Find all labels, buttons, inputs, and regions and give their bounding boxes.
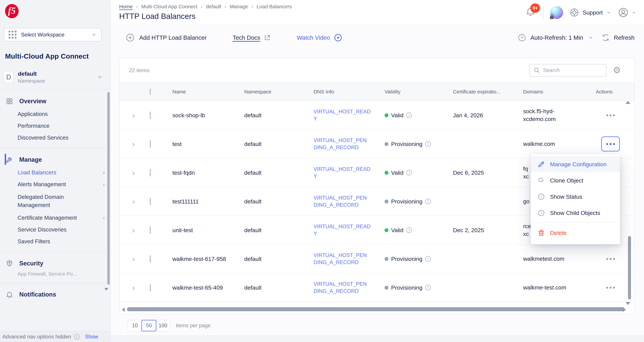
- menu-item-manage-configuration[interactable]: Manage Configuration: [531, 156, 620, 172]
- support-menu[interactable]: Support: [570, 8, 611, 18]
- table-vertical-scrollbar[interactable]: [628, 236, 631, 300]
- show-advanced-nav-link[interactable]: Show: [85, 334, 98, 340]
- cell-name[interactable]: test: [166, 141, 238, 147]
- info-icon[interactable]: i: [425, 141, 431, 147]
- expand-row-icon[interactable]: ›: [129, 226, 144, 235]
- row-actions-button-active[interactable]: [601, 136, 620, 152]
- info-icon[interactable]: i: [406, 112, 412, 118]
- breadcrumb-item[interactable]: Multi-Cloud App Connect: [141, 4, 198, 10]
- sidebar-item-applications[interactable]: Applications: [0, 108, 111, 120]
- search-box[interactable]: [529, 64, 606, 76]
- cell-domains: walkme.com: [517, 140, 590, 148]
- sidebar-item-discovered-services[interactable]: Discovered Services: [0, 132, 111, 144]
- sidebar-scrollbar[interactable]: [107, 92, 110, 285]
- breadcrumb-item[interactable]: default: [206, 4, 221, 10]
- sidebar-item-manage[interactable]: Manage: [0, 153, 111, 166]
- notifications-button[interactable]: 9+: [525, 6, 537, 19]
- cell-name[interactable]: sock-shop-lb: [166, 112, 238, 118]
- menu-item-delete[interactable]: Delete: [531, 224, 620, 242]
- sidebar-item-overview[interactable]: Overview: [0, 94, 111, 108]
- row-checkbox[interactable]: [150, 255, 151, 262]
- info-icon[interactable]: i: [406, 170, 412, 176]
- row-checkbox[interactable]: [150, 226, 151, 234]
- cell-dns-info[interactable]: VIRTUAL_HOST_PENDING_A_RECORD: [307, 280, 378, 295]
- row-checkbox[interactable]: [150, 112, 151, 119]
- info-icon[interactable]: i: [406, 227, 412, 233]
- cell-name[interactable]: walkme-test-617-958: [166, 256, 238, 262]
- row-actions-button[interactable]: [606, 287, 615, 288]
- scroll-down-icon[interactable]: [104, 288, 108, 291]
- column-header[interactable]: Certificate expiratio...: [446, 89, 517, 94]
- cell-name[interactable]: walkme-test-65-409: [166, 284, 238, 291]
- table-scroll-up-icon[interactable]: [626, 101, 630, 104]
- cell-name[interactable]: unit-test: [166, 227, 238, 234]
- cell-dns-info[interactable]: VIRTUAL_HOST_READY: [307, 223, 378, 237]
- sidebar-item-delegated-domain-management[interactable]: Delegated Domain Management: [0, 190, 111, 212]
- sidebar-item-performance[interactable]: Performance: [0, 120, 111, 132]
- ai-assistant-icon[interactable]: [550, 6, 563, 19]
- expand-row-icon[interactable]: ›: [129, 111, 144, 120]
- row-actions-button[interactable]: [606, 258, 615, 260]
- select-all-checkbox[interactable]: [150, 88, 151, 95]
- workspace-selector[interactable]: Select Workspace: [4, 28, 102, 42]
- scroll-right-icon[interactable]: [623, 308, 626, 312]
- cell-name[interactable]: test111111: [166, 198, 238, 205]
- info-icon[interactable]: i: [425, 198, 431, 204]
- info-icon[interactable]: i: [425, 285, 431, 290]
- sidebar-item-security[interactable]: Security: [0, 256, 111, 270]
- status-dot: [384, 200, 388, 204]
- sidebar-item-notifications[interactable]: Notifications: [0, 288, 111, 302]
- tech-docs-link[interactable]: Tech Docs: [232, 34, 270, 41]
- auto-refresh-dropdown[interactable]: Auto-Refresh: 1 Min: [518, 33, 594, 42]
- table-horizontal-scrollbar[interactable]: [120, 307, 634, 312]
- column-header[interactable]: Domains: [517, 89, 590, 94]
- row-checkbox[interactable]: [150, 140, 151, 148]
- namespace-selector[interactable]: D default Namespace: [4, 70, 105, 84]
- breadcrumb-item[interactable]: Load Balancers: [256, 4, 292, 10]
- scroll-left-icon[interactable]: [122, 308, 125, 312]
- row-checkbox[interactable]: [150, 198, 151, 205]
- info-icon[interactable]: i: [425, 256, 431, 262]
- page-size-100[interactable]: 100: [156, 320, 170, 331]
- breadcrumb-home[interactable]: Home: [119, 4, 133, 10]
- sidebar-item-load-balancers[interactable]: Load Balancers›: [0, 166, 111, 178]
- menu-item-clone-object[interactable]: Clone Object: [531, 172, 620, 188]
- cell-dns-info[interactable]: VIRTUAL_HOST_PENDING_A_RECORD: [307, 137, 378, 151]
- search-input[interactable]: [543, 67, 599, 73]
- cell-dns-info[interactable]: VIRTUAL_HOST_READY: [307, 166, 378, 180]
- page-size-10[interactable]: 10: [128, 320, 142, 331]
- cell-name[interactable]: test-fqdn: [166, 170, 238, 176]
- account-menu[interactable]: [618, 7, 636, 18]
- workspace-selector-label: Select Workspace: [21, 32, 64, 38]
- column-header[interactable]: Validity: [378, 89, 446, 94]
- cell-dns-info[interactable]: VIRTUAL_HOST_PENDING_A_RECORD: [307, 252, 378, 266]
- expand-row-icon[interactable]: ›: [129, 197, 144, 206]
- gear-icon[interactable]: ⚙: [613, 66, 621, 74]
- expand-row-icon[interactable]: ›: [129, 283, 144, 292]
- column-header[interactable]: DNS Info: [307, 89, 378, 94]
- sidebar-item-saved-filters[interactable]: Saved Filters: [0, 236, 111, 248]
- row-actions-button[interactable]: [606, 114, 615, 116]
- column-header[interactable]: Name: [166, 89, 238, 94]
- sidebar-item-service-discoveries[interactable]: Service Discoveries: [0, 224, 111, 236]
- table-scroll-down-icon[interactable]: [626, 302, 630, 305]
- expand-row-icon[interactable]: ›: [129, 140, 144, 148]
- page-size-50-selected[interactable]: 50: [142, 320, 156, 331]
- sidebar-item-certificate-management[interactable]: Certificate Management›: [0, 212, 111, 224]
- menu-item-show-status[interactable]: Show Status: [531, 188, 620, 205]
- expand-row-icon[interactable]: ›: [129, 168, 144, 177]
- menu-item-show-child-objects[interactable]: Show Child Objects: [531, 205, 620, 221]
- row-checkbox[interactable]: [150, 169, 151, 176]
- cell-dns-info[interactable]: VIRTUAL_HOST_READY: [307, 108, 378, 122]
- watch-video-link[interactable]: Watch Video: [297, 33, 342, 42]
- cell-cert-expiration: Dec 2, 2025: [446, 227, 517, 234]
- horizontal-scroll-thumb[interactable]: [127, 307, 624, 311]
- column-header[interactable]: Namespace: [238, 89, 307, 94]
- sidebar-item-alerts-management[interactable]: Alerts Management›: [0, 178, 111, 190]
- expand-row-icon[interactable]: ›: [129, 254, 144, 264]
- cell-dns-info[interactable]: VIRTUAL_HOST_PENDING_A_RECORD: [307, 194, 378, 208]
- add-http-load-balancer-button[interactable]: Add HTTP Load Balancer: [126, 33, 206, 42]
- row-checkbox[interactable]: [150, 284, 151, 291]
- refresh-button[interactable]: Refresh: [601, 33, 634, 42]
- breadcrumb-item[interactable]: Manage: [230, 4, 248, 10]
